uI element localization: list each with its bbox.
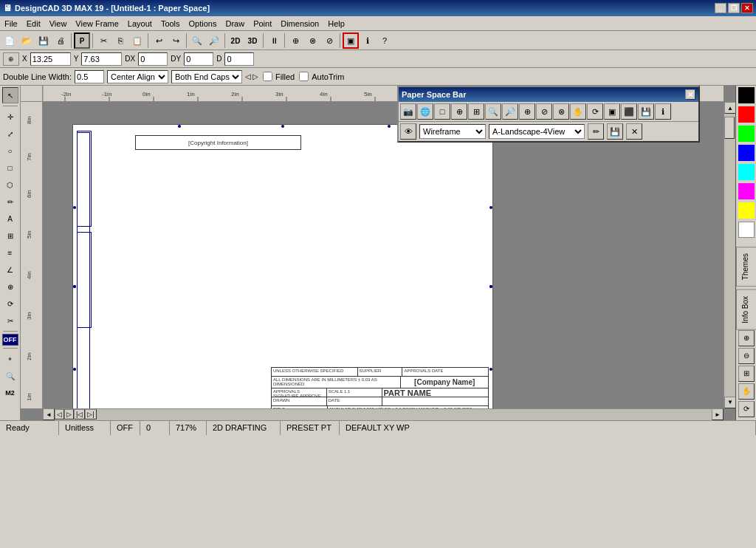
ps-zoom-out-btn[interactable]: 🔎 xyxy=(502,103,518,120)
ps-zoom2-btn[interactable]: ⊘ xyxy=(536,103,552,120)
nav-right[interactable]: ▷ xyxy=(64,409,74,419)
nav-start[interactable]: |◁ xyxy=(74,409,85,419)
scroll-right-button[interactable]: ► xyxy=(712,408,724,420)
color-magenta[interactable] xyxy=(738,183,755,199)
ps-save2-btn[interactable]: 💾 xyxy=(607,123,623,140)
dline-width-input[interactable] xyxy=(75,70,104,83)
undo-button[interactable]: ↩ xyxy=(151,32,167,49)
color-blue[interactable] xyxy=(738,145,755,161)
color-cyan[interactable] xyxy=(738,164,755,180)
info-box-tab[interactable]: Info Box xyxy=(736,290,756,330)
zoom-out-button[interactable]: 🔎 xyxy=(206,32,222,49)
scroll-left-button[interactable]: ◄ xyxy=(43,408,55,420)
filled-checkbox[interactable] xyxy=(263,72,272,81)
ps-wireframe-select[interactable]: Wireframe xyxy=(419,124,486,139)
fit-btn[interactable]: ⊞ xyxy=(738,366,755,382)
new-button[interactable]: 📄 xyxy=(1,32,18,49)
autotrim-checkbox[interactable] xyxy=(299,72,309,81)
scroll-up-button[interactable]: ▲ xyxy=(724,102,735,114)
menu-point[interactable]: Point xyxy=(249,16,276,30)
stop-button[interactable]: ⏸ xyxy=(266,32,282,49)
trim-tool[interactable]: ✂ xyxy=(2,312,18,329)
color-black[interactable] xyxy=(738,87,755,103)
zoom-plus-btn[interactable]: ⊕ xyxy=(738,330,755,346)
open-button[interactable]: 📂 xyxy=(18,32,35,49)
draw-tool[interactable]: ✏ xyxy=(2,193,18,210)
d-input[interactable] xyxy=(224,52,254,66)
3d-button[interactable]: 3D xyxy=(244,32,261,49)
copy-button[interactable]: ⎘ xyxy=(112,32,128,49)
ps-rotate-btn[interactable]: ⟳ xyxy=(587,103,603,120)
redo-button[interactable]: ↪ xyxy=(168,32,184,49)
menu-layout[interactable]: Layout xyxy=(123,16,157,30)
scroll-thumb-v[interactable] xyxy=(724,117,735,139)
dline-align-select[interactable]: Center Align xyxy=(107,70,168,83)
select-tool[interactable]: ↖ xyxy=(2,87,18,103)
ps-save-btn[interactable]: 💾 xyxy=(638,103,654,120)
ps-top-btn[interactable]: ⬛ xyxy=(621,103,637,120)
menu-draw[interactable]: Draw xyxy=(221,16,249,30)
y-input[interactable] xyxy=(81,52,122,66)
zoom-tool[interactable]: 🔍 xyxy=(2,368,18,384)
m2-label[interactable]: M2 xyxy=(2,385,18,401)
ps-zoom-in-btn[interactable]: 🔍 xyxy=(485,103,501,120)
dline-caps-select[interactable]: Both End Caps xyxy=(171,70,242,83)
zoom-minus-btn[interactable]: ⊖ xyxy=(738,348,755,364)
pan-btn[interactable]: ✋ xyxy=(738,383,755,400)
select-box-button[interactable]: ▣ xyxy=(343,32,359,49)
color-green[interactable] xyxy=(738,126,755,142)
color-yellow[interactable] xyxy=(738,202,755,219)
scroll-down-button[interactable]: ▼ xyxy=(724,397,735,408)
menu-file[interactable]: File xyxy=(0,16,22,30)
snap3-button[interactable]: ⊘ xyxy=(321,32,337,49)
snap2-button[interactable]: ⊗ xyxy=(304,32,320,49)
angle-tool[interactable]: ∠ xyxy=(2,261,18,278)
minimize-button[interactable]: _ xyxy=(715,3,726,13)
ps-rect-btn[interactable]: □ xyxy=(434,103,450,120)
center-tool[interactable]: ⊕ xyxy=(2,278,18,295)
ps-close-button[interactable]: ✕ xyxy=(685,89,695,100)
rotate-tool[interactable]: ⟳ xyxy=(2,295,18,312)
2d-button[interactable]: 2D xyxy=(227,32,244,49)
properties-button[interactable]: ℹ xyxy=(360,32,376,49)
rect-tool[interactable]: □ xyxy=(2,160,18,176)
horizontal-scrollbar[interactable]: ◄ ◁ ▷ |◁ ▷| ► xyxy=(43,408,724,420)
mirror-tool[interactable]: ⌖ xyxy=(2,351,18,367)
ps-camera-btn[interactable]: 📷 xyxy=(400,103,416,120)
paper-space-button[interactable]: P xyxy=(74,32,90,49)
crosshair-tool[interactable]: ✛ xyxy=(2,109,18,125)
menu-options[interactable]: Options xyxy=(185,16,221,30)
off-button[interactable]: OFF xyxy=(2,334,18,346)
cut-button[interactable]: ✂ xyxy=(95,32,111,49)
circle-tool[interactable]: ○ xyxy=(2,143,18,159)
dx-input[interactable] xyxy=(138,52,168,66)
menu-edit[interactable]: Edit xyxy=(22,16,45,30)
save-button[interactable]: 💾 xyxy=(35,32,52,49)
menu-viewframe[interactable]: View Frame xyxy=(71,16,123,30)
hatch-tool[interactable]: ⊞ xyxy=(2,227,18,244)
menu-tools[interactable]: Tools xyxy=(157,16,185,30)
x-input[interactable] xyxy=(30,52,71,66)
ps-pan-btn[interactable]: ✋ xyxy=(570,103,586,120)
ps-close2-btn[interactable]: ✕ xyxy=(626,123,642,140)
ps-globe-btn[interactable]: 🌐 xyxy=(417,103,433,120)
color-red[interactable] xyxy=(738,106,755,123)
dy-input[interactable] xyxy=(184,52,213,66)
ps-edit-btn[interactable]: ✏ xyxy=(588,123,604,140)
menu-dimension[interactable]: Dimension xyxy=(276,16,323,30)
zoom-in-button[interactable]: 🔍 xyxy=(189,32,205,49)
paste-button[interactable]: 📋 xyxy=(129,32,145,49)
ps-zoom3-btn[interactable]: ⊗ xyxy=(553,103,569,120)
rotate2-btn[interactable]: ⟳ xyxy=(738,401,755,417)
nav-left[interactable]: ◁ xyxy=(55,409,64,419)
ps-info-btn[interactable]: ℹ xyxy=(655,103,671,120)
ps-zoom-all-btn[interactable]: ⊕ xyxy=(519,103,535,120)
help-button[interactable]: ? xyxy=(377,32,393,49)
ps-snap-btn[interactable]: ⊕ xyxy=(451,103,467,120)
menu-view[interactable]: View xyxy=(45,16,72,30)
nav-end[interactable]: ▷| xyxy=(85,409,96,419)
text-tool[interactable]: A xyxy=(2,210,18,227)
restore-button[interactable]: ❐ xyxy=(728,3,740,13)
vertical-scrollbar[interactable]: ▲ ▼ xyxy=(724,102,735,408)
move-tool[interactable]: ⤢ xyxy=(2,126,18,142)
